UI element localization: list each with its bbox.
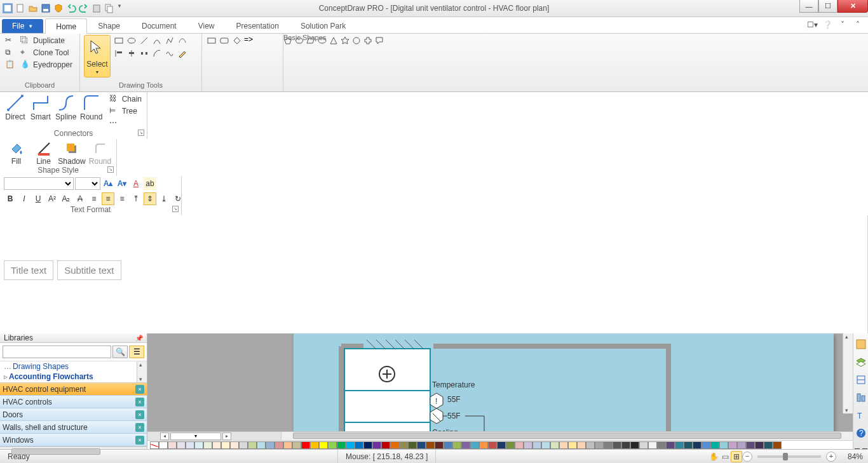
paste-icon[interactable] [92,3,102,13]
color-swatch[interactable] [346,441,355,449]
color-swatch[interactable] [693,441,702,449]
color-swatch[interactable] [194,441,203,449]
align-center-tool[interactable] [126,48,137,59]
textformat-launcher[interactable]: ↘ [172,206,179,212]
valign-mid-button[interactable]: ⇕ [144,192,156,205]
color-swatch[interactable] [541,441,550,449]
color-swatch[interactable] [239,441,248,449]
curve-tool[interactable] [151,35,163,46]
color-swatch[interactable] [479,441,488,449]
color-swatch[interactable] [515,441,524,449]
color-swatch[interactable] [532,441,541,449]
close-library-icon[interactable]: × [135,385,144,394]
clone-button[interactable]: ⌖Clone Tool [19,47,74,58]
font-color-button[interactable]: A [130,177,142,190]
text-icon[interactable]: T [855,410,867,421]
align-left-tool[interactable] [113,48,125,59]
color-swatch[interactable] [292,441,301,449]
color-swatch[interactable] [301,441,310,449]
library-search-input[interactable] [3,346,111,358]
color-swatch[interactable] [604,441,613,449]
open-icon[interactable] [28,3,38,13]
tab-view[interactable]: View [187,18,226,33]
fill-button[interactable]: Fill [4,140,29,166]
color-swatch[interactable] [675,441,684,449]
color-swatch[interactable] [470,441,479,449]
color-swatch[interactable] [444,441,452,449]
bold-button[interactable]: B [4,192,17,205]
align-right-button[interactable]: ≡ [116,192,128,205]
title-style-preview[interactable]: Title text [4,260,53,280]
line-button[interactable]: Line [31,140,56,166]
file-menu[interactable]: File▼ [2,19,43,33]
color-swatch[interactable] [746,441,755,449]
color-swatch[interactable] [550,441,559,449]
close-library-icon[interactable]: × [135,398,144,406]
close-library-icon[interactable]: × [135,423,144,432]
color-swatch[interactable] [639,441,648,449]
arc-tool[interactable] [151,48,163,59]
color-swatch[interactable] [452,441,461,449]
qat-dropdown-icon[interactable]: ▼ [117,3,127,13]
connector-more[interactable]: ⋯ [108,117,143,129]
color-swatch[interactable] [702,441,710,449]
shadow-button[interactable]: Shadow [58,140,85,166]
superscript-button[interactable]: A² [46,192,58,205]
duplicate-button[interactable]: ⿻Duplicate [19,35,74,46]
color-swatch[interactable] [755,441,764,449]
color-swatch[interactable] [283,441,292,449]
shape-callout[interactable] [375,35,384,46]
direct-connector[interactable]: Direct [4,93,27,121]
help-icon[interactable]: ❔ [822,20,832,30]
new-icon[interactable] [15,3,25,13]
zoom-slider[interactable] [757,455,821,458]
color-swatch[interactable] [497,441,506,449]
page-tab-1[interactable]: ▾ [170,433,221,440]
connectors-launcher[interactable]: ↘ [138,130,144,136]
color-swatch[interactable] [337,441,346,449]
color-swatch[interactable] [221,441,230,449]
shape-triangle[interactable] [329,35,338,46]
subtitle-style-preview[interactable]: Subtitle text [57,260,121,280]
smart-connector[interactable]: Smart [29,93,52,121]
expand-ribbon-icon[interactable]: ˄ [853,20,863,30]
color-swatch[interactable] [203,441,212,449]
tab-presentation[interactable]: Presentation [225,18,289,33]
color-swatch[interactable] [568,441,577,449]
color-swatch[interactable] [390,441,399,449]
zoom-in-button[interactable]: + [826,452,836,462]
shape-cross[interactable] [363,35,372,46]
color-swatch[interactable] [408,441,417,449]
dynhelp-icon[interactable]: ? [855,427,867,439]
color-swatch[interactable] [773,441,782,449]
close-library-icon[interactable]: × [135,436,144,445]
color-swatch[interactable] [266,441,275,449]
font-size-select[interactable] [75,177,100,190]
color-swatch[interactable] [159,441,168,449]
valign-bot-button[interactable]: ⤓ [158,192,170,205]
select-mode-icon[interactable]: ▭ [719,451,731,462]
color-swatch[interactable] [248,441,257,449]
color-swatch[interactable] [186,441,194,449]
color-swatch[interactable] [728,441,737,449]
tab-solutionpark[interactable]: Solution Park [290,18,356,33]
color-swatch[interactable] [657,441,666,449]
window-list-icon[interactable]: ☐▾ [807,20,817,30]
tab-shape[interactable]: Shape [87,18,131,33]
color-swatch[interactable] [648,441,657,449]
color-swatch[interactable] [177,441,186,449]
save-icon[interactable] [41,3,51,13]
spline-connector[interactable]: Spline [55,93,78,121]
pin-icon[interactable]: 📌 [135,335,143,342]
libtree-scrollbar[interactable] [137,361,147,382]
open-library[interactable]: Walls, shell and structure× [0,421,147,434]
font-family-select[interactable] [4,177,74,190]
properties-icon[interactable] [855,339,867,350]
color-swatch[interactable] [719,441,728,449]
shield-icon[interactable] [53,3,64,13]
highlight-button[interactable]: ab [144,177,156,190]
libtree-item[interactable]: Active Directory Diagrams [4,382,147,383]
color-swatch[interactable] [764,441,773,449]
align-left-button[interactable]: ≡ [88,192,100,205]
paste-button[interactable]: 📋 [4,59,17,70]
